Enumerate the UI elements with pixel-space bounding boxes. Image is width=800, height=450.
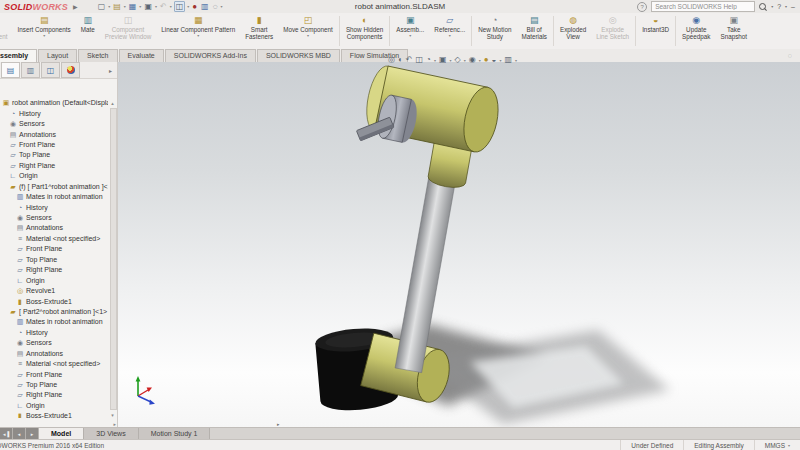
tab-sketch[interactable]: Sketch — [78, 49, 117, 62]
update-speedpak-button[interactable]: ◉UpdateSpeedpak — [677, 13, 715, 49]
tab-assembly[interactable]: Assembly — [0, 49, 37, 62]
apply-scene-icon[interactable]: ◒ — [492, 55, 497, 65]
open-file-caret[interactable]: ▾ — [124, 4, 126, 9]
view-settings-caret[interactable]: ▾ — [515, 58, 517, 63]
scroll-down-arrow[interactable]: ▾ — [109, 412, 116, 418]
hide-show-items-caret[interactable]: ▾ — [479, 58, 481, 63]
tree-item[interactable]: ▱Front Plane — [2, 369, 108, 379]
tree-item[interactable]: ◎Revolve1 — [2, 286, 108, 296]
display-style-icon[interactable]: ◇ — [455, 55, 461, 65]
tree-item[interactable]: ≡Material <not specified> — [2, 359, 108, 369]
units-selector[interactable]: MMGS▾ — [754, 440, 800, 450]
tree-item[interactable]: ▥Mates in robot animation — [2, 317, 108, 327]
dynamic-annotation-icon[interactable]: ◔ — [426, 55, 431, 65]
print-icon[interactable]: ▣ — [143, 2, 153, 11]
display-style-caret[interactable]: ▾ — [464, 58, 466, 63]
configurationmanager-tab[interactable]: ◫ — [41, 62, 60, 78]
tree-item[interactable]: ▥Mates in robot animation — [2, 192, 108, 202]
propertymanager-tab[interactable]: ▥ — [21, 62, 40, 78]
tree-item[interactable]: ▱Right Plane — [2, 390, 108, 400]
tree-vertical-scrollbar[interactable]: ▴ ▾ — [109, 100, 116, 418]
tree-item[interactable]: ▮Boss-Extrude1 — [2, 411, 108, 418]
view-orientation-caret[interactable]: ▾ — [450, 58, 452, 63]
dropdown-caret-icon[interactable]: ▾ — [43, 34, 45, 38]
tree-item[interactable]: ▱Front Plane — [2, 244, 108, 254]
section-view-icon[interactable]: ◫ — [416, 55, 424, 65]
tree-item[interactable]: ▮Boss-Extrude1 — [2, 296, 108, 306]
zoom-to-area-icon[interactable]: ◐ — [398, 55, 403, 65]
reference-geometry-button[interactable]: ▱Referenc...▾ — [429, 13, 470, 49]
panel-tab-expand-arrow[interactable]: ▸ — [109, 67, 112, 74]
move-component-button[interactable]: ◰Move Component▾ — [278, 13, 338, 49]
dropdown-caret-icon[interactable]: ▾ — [409, 34, 411, 38]
tree-item[interactable]: ▱Front Plane — [2, 140, 108, 150]
tree-item[interactable]: ∟Origin — [2, 171, 108, 181]
zoom-to-fit-icon[interactable]: ◎ — [388, 55, 395, 65]
tree-item[interactable]: ▱Right Plane — [2, 265, 108, 275]
minimize-button[interactable]: – — [791, 3, 795, 10]
tree-item[interactable]: ∟Origin — [2, 275, 108, 285]
displaymanager-tab[interactable] — [61, 62, 80, 78]
tree-item[interactable]: ▰(f) [ Part1^robot animation ]<1> — [2, 182, 108, 192]
tree-item[interactable]: ∟Origin — [2, 401, 108, 411]
help-dropdown-caret[interactable]: ▾ — [785, 4, 787, 9]
smart-fasteners-button[interactable]: ▮SmartFasteners — [240, 13, 278, 49]
undo-caret[interactable]: ▾ — [170, 4, 172, 9]
assembly-features-button[interactable]: ▣Assemb...▾ — [391, 13, 429, 49]
featuremanager-tab[interactable]: ▤ — [1, 62, 20, 78]
help-button[interactable]: ? — [777, 3, 781, 10]
dynamic-annotation-caret[interactable]: ▾ — [434, 58, 436, 63]
tree-item[interactable]: ▱Top Plane — [2, 150, 108, 160]
search-input[interactable] — [651, 1, 755, 12]
tree-item[interactable]: ▤Annotations — [2, 129, 108, 139]
linear-component-pattern-button[interactable]: ▦Linear Component Pattern▾ — [156, 13, 240, 49]
bill-of-materials-button[interactable]: ▤Bill ofMaterials — [516, 13, 552, 49]
search-icon[interactable] — [759, 3, 767, 11]
view-settings-icon[interactable]: ▥ — [504, 55, 512, 65]
tree-item[interactable]: ◉Sensors — [2, 338, 108, 348]
tab-solidworks-add-ins[interactable]: SOLIDWORKS Add-Ins — [165, 49, 256, 62]
tree-item[interactable]: ◔History — [2, 202, 108, 212]
tree-item[interactable]: ▣robot animation (Default<Display S — [2, 98, 108, 108]
panel-splitter-arrow[interactable]: ▸ — [277, 421, 280, 427]
edit-appearance-icon[interactable]: ● — [484, 55, 489, 65]
tree-item[interactable]: ◉Sensors — [2, 213, 108, 223]
dropdown-caret-icon[interactable]: ▾ — [449, 34, 451, 38]
view-orientation-icon[interactable]: ▣ — [439, 55, 447, 65]
new-motion-study-button[interactable]: ◔New MotionStudy — [473, 13, 516, 49]
dropdown-caret-icon[interactable]: ▾ — [197, 34, 199, 38]
tree-item[interactable]: ≡Material <not specified> — [2, 234, 108, 244]
tab-evaluate[interactable]: Evaluate — [119, 49, 164, 62]
print-caret[interactable]: ▾ — [155, 4, 157, 9]
previous-view-icon[interactable]: ↶ — [406, 55, 413, 65]
rebuild-caret[interactable]: ▾ — [187, 4, 189, 9]
open-file-icon[interactable]: ▤ — [112, 2, 122, 11]
tab-search-icon[interactable]: ◌ — [788, 52, 792, 59]
options-icon[interactable]: ◌ — [212, 2, 219, 11]
tree-item[interactable]: ◔History — [2, 108, 108, 118]
scroll-up-arrow[interactable]: ▴ — [109, 100, 116, 106]
tab-layout[interactable]: Layout — [38, 49, 77, 62]
search-dropdown-caret[interactable]: ▾ — [771, 4, 773, 9]
apply-scene-caret[interactable]: ▾ — [499, 58, 501, 63]
show-hidden-components-button[interactable]: ◐Show HiddenComponents — [341, 13, 388, 49]
tree-item[interactable]: ▱Right Plane — [2, 161, 108, 171]
scrollbar-thumb[interactable] — [110, 108, 117, 410]
tree-item[interactable]: ▱Top Plane — [2, 255, 108, 265]
save-icon[interactable]: ▦ — [128, 2, 138, 11]
take-snapshot-button[interactable]: ▣TakeSnapshot — [715, 13, 752, 49]
tree-item[interactable]: ◔History — [2, 328, 108, 338]
save-caret[interactable]: ▾ — [139, 4, 141, 9]
new-file-caret[interactable]: ▾ — [108, 4, 110, 9]
tree-item[interactable]: ▱Top Plane — [2, 380, 108, 390]
hide-show-items-icon[interactable]: ◉ — [469, 55, 476, 65]
dropdown-caret-icon[interactable]: ▾ — [307, 34, 309, 38]
insert-components-button[interactable]: ▤Insert Components▾ — [13, 13, 76, 49]
help-globe-icon[interactable]: ? — [637, 2, 647, 12]
display-panel-icon[interactable]: ▥ — [200, 2, 210, 11]
tree-item[interactable]: ▰[ Part2^robot animation ]<1> (D — [2, 307, 108, 317]
tree-item[interactable]: ◉Sensors — [2, 119, 108, 129]
options-caret[interactable]: ▾ — [220, 4, 222, 9]
tree-item[interactable]: ▤Annotations — [2, 349, 108, 359]
menu-flyout-arrow[interactable]: ▶ — [73, 3, 78, 10]
